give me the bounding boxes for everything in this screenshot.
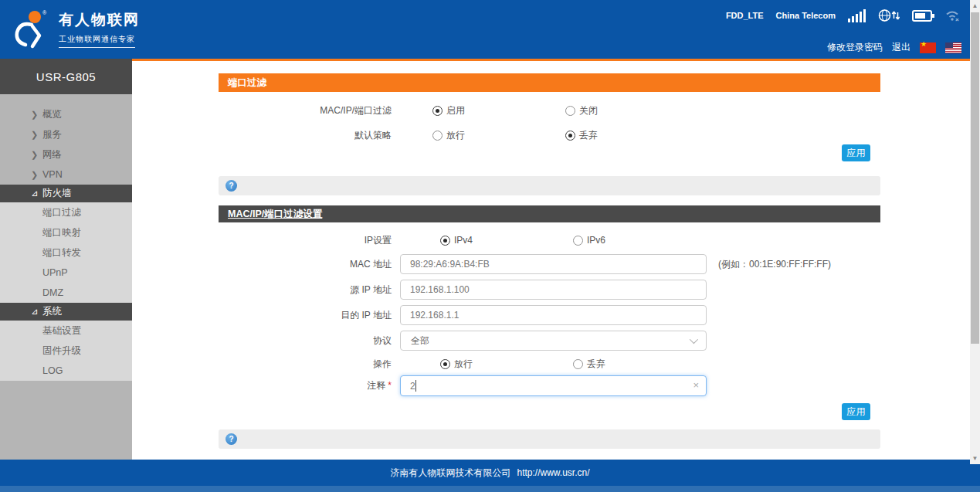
radio-label: IPv6 (587, 235, 605, 246)
scroll-down-arrow-icon[interactable]: ▼ (970, 453, 980, 463)
row-mac-ip-port-filter: MAC/IP/端口过滤 启用 关闭 (219, 103, 880, 118)
sidebar-item-basic-settings[interactable]: 基础设置 (0, 321, 132, 341)
row-default-policy: 默认策略 放行 丢弃 (219, 127, 880, 143)
destination-ip-input[interactable] (400, 305, 707, 325)
row-protocol: 协议 全部 (219, 331, 880, 351)
field-label: MAC/IP/端口过滤 (219, 104, 392, 117)
page: ® 有人物联网 工业物联网通信专家 FDD_LTE China Telecom (0, 0, 980, 492)
radio-action-allow[interactable]: 放行 (440, 358, 573, 371)
sidebar-menu: ❯ 概览 ❯ 服务 ❯ 网络 ❯ VPN ⊿ 防火墙 端口过滤 (0, 94, 132, 381)
sidebar-item-label: 端口过滤 (42, 206, 81, 219)
radio-ipv4[interactable]: IPv4 (440, 235, 573, 246)
sidebar-item-upnp[interactable]: UPnP (0, 263, 132, 283)
help-icon[interactable]: ? (226, 433, 237, 445)
row-ip-version: IP设置 IPv4 IPv6 (219, 232, 880, 248)
radio-icon (565, 131, 575, 141)
required-asterisk: * (388, 380, 392, 391)
radio-icon (565, 106, 575, 116)
sidebar-item-label: 防火墙 (42, 187, 72, 200)
radio-label: 放行 (454, 358, 473, 371)
radio-label: 放行 (446, 129, 465, 142)
sidebar-item-system[interactable]: ⊿ 系统 (0, 303, 132, 321)
brand-name: 有人物联网 (59, 10, 140, 30)
sidebar-item-label: UPnP (42, 267, 68, 278)
field-label: 默认策略 (219, 129, 392, 142)
sidebar-item-port-filter[interactable]: 端口过滤 (0, 202, 132, 222)
help-bar: ? (219, 429, 880, 449)
chevron-right-icon: ❯ (31, 150, 42, 160)
mac-address-input[interactable] (400, 254, 707, 274)
sidebar-item-overview[interactable]: ❯ 概览 (0, 104, 132, 124)
apply-button-filter-settings[interactable]: 应用 (842, 403, 870, 420)
mac-format-hint: (例如：00:1E:90:FF:FF:FF) (718, 258, 831, 271)
sidebar-item-dmz[interactable]: DMZ (0, 283, 132, 303)
sidebar-item-services[interactable]: ❯ 服务 (0, 124, 132, 144)
brand-tagline: 工业物联网通信专家 (59, 34, 135, 48)
row-destination-ip: 目的 IP 地址 (219, 305, 880, 325)
sidebar-item-network[interactable]: ❯ 网络 (0, 144, 132, 165)
sidebar-item-label: 基础设置 (42, 324, 81, 338)
radio-enable[interactable]: 启用 (432, 104, 565, 117)
sidebar: USR-G805 ❯ 概览 ❯ 服务 ❯ 网络 ❯ VPN ⊿ 防火墙 (0, 59, 132, 460)
vertical-scrollbar: ▲ ▼ (970, 0, 980, 464)
apply-button-port-filter[interactable]: 应用 (842, 144, 870, 161)
chevron-right-icon: ❯ (31, 130, 42, 140)
flag-china-icon[interactable] (920, 42, 936, 53)
field-label: 目的 IP 地址 (219, 309, 392, 322)
radio-icon (573, 359, 583, 369)
radio-action-drop[interactable]: 丢弃 (573, 358, 706, 371)
chevron-right-icon: ❯ (31, 110, 42, 120)
sidebar-item-label: VPN (42, 169, 63, 180)
sidebar-item-log[interactable]: LOG (0, 361, 132, 381)
comment-label-text: 注释 (367, 380, 385, 391)
sidebar-item-label: 端口映射 (42, 226, 81, 239)
help-icon[interactable]: ? (226, 180, 237, 192)
radio-disable[interactable]: 关闭 (565, 104, 698, 117)
chevron-right-icon: ❯ (31, 170, 42, 180)
field-label: 注释* (219, 379, 392, 392)
sidebar-item-label: 系统 (42, 305, 62, 318)
sidebar-item-label: 固件升级 (42, 344, 81, 358)
row-source-ip: 源 IP 地址 (219, 280, 880, 300)
radio-label: IPv4 (454, 235, 473, 246)
main-content: 端口过滤 MAC/IP/端口过滤 启用 关闭 默认策略 放行 (219, 0, 880, 492)
sidebar-item-label: 概览 (42, 108, 62, 121)
text-cursor (415, 380, 416, 392)
protocol-select[interactable]: 全部 (400, 331, 707, 351)
sidebar-item-label: 端口转发 (42, 246, 81, 260)
logout-link[interactable]: 退出 (892, 41, 910, 54)
field-label: IP设置 (219, 234, 392, 247)
radio-icon (440, 359, 450, 369)
sim-battery-icon (912, 10, 932, 22)
radio-label: 丢弃 (579, 129, 598, 142)
sidebar-item-label: 服务 (42, 128, 62, 141)
clear-icon[interactable]: × (693, 379, 699, 391)
sidebar-item-label: 网络 (42, 148, 62, 161)
source-ip-input[interactable] (400, 280, 707, 300)
globe-arrows-icon (878, 8, 900, 22)
radio-allow[interactable]: 放行 (432, 129, 565, 142)
svg-text:×: × (955, 16, 959, 22)
radio-label: 关闭 (579, 104, 598, 117)
scrollbar-thumb[interactable] (971, 12, 979, 344)
sidebar-item-firewall[interactable]: ⊿ 防火墙 (0, 185, 132, 202)
help-bar: ? (219, 176, 880, 195)
sidebar-item-port-forwarding[interactable]: 端口转发 (0, 243, 132, 263)
sidebar-item-port-mapping[interactable]: 端口映射 (0, 222, 132, 243)
radio-label: 启用 (446, 104, 465, 117)
row-mac-address: MAC 地址 (例如：00:1E:90:FF:FF:FF) (219, 254, 880, 274)
sidebar-item-firmware-upgrade[interactable]: 固件升级 (0, 341, 132, 361)
flag-usa-icon[interactable] (945, 42, 961, 53)
wifi-off-icon: × (944, 9, 961, 22)
brand-logo: ® 有人物联网 工业物联网通信专家 (11, 8, 140, 49)
radio-ipv6[interactable]: IPv6 (573, 235, 706, 246)
radio-drop[interactable]: 丢弃 (565, 129, 698, 142)
footer-company: 济南有人物联网技术有限公司 (390, 467, 510, 480)
comment-input[interactable] (400, 375, 707, 396)
sidebar-item-vpn[interactable]: ❯ VPN (0, 165, 132, 185)
radio-icon (440, 236, 450, 246)
footer-strip (0, 486, 980, 492)
section-title-filter-settings: MAC/IP/端口过滤设置 (219, 205, 880, 222)
radio-icon (573, 236, 583, 246)
scroll-up-arrow-icon[interactable]: ▲ (970, 1, 980, 11)
